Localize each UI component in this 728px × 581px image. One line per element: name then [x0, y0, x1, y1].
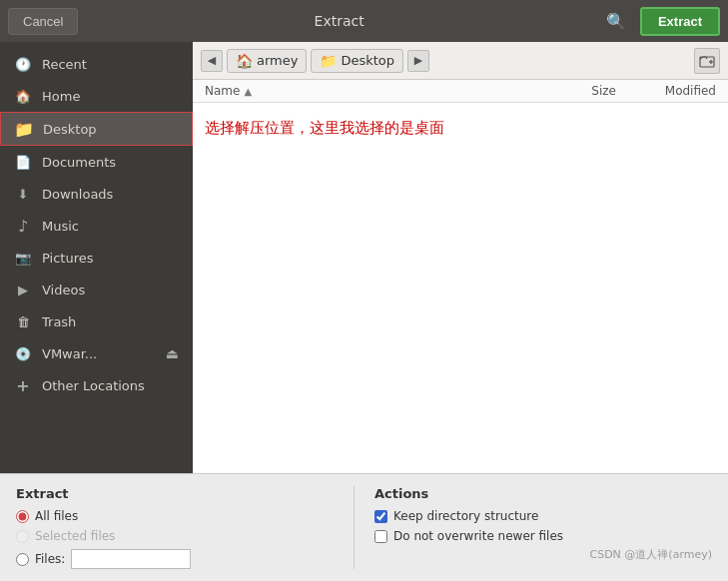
sidebar-item-label: Music: [42, 219, 79, 234]
sidebar-item-pictures[interactable]: 📷 Pictures: [0, 242, 193, 274]
sidebar-item-home[interactable]: 🏠 Home: [0, 80, 193, 112]
vmware-icon: 💿: [14, 344, 32, 362]
watermark: CSDN @道人禅(armey): [374, 543, 712, 562]
plus-icon: +: [14, 376, 32, 394]
keep-dir-label: Keep directory structure: [393, 509, 538, 523]
selected-files-option[interactable]: Selected files: [16, 529, 354, 543]
sidebar-item-label: Trash: [42, 314, 76, 329]
main-area: 🕐 Recent 🏠 Home 📁 Desktop 📄 Documents ⬇ …: [0, 42, 728, 473]
files-option-label: Files:: [35, 552, 65, 566]
sidebar-item-label: Desktop: [43, 122, 97, 137]
create-folder-icon: [699, 53, 715, 69]
all-files-label: All files: [35, 509, 78, 523]
sidebar-item-vmware[interactable]: 💿 VMwar... ⏏: [0, 337, 193, 369]
file-list: 选择解压位置，这里我选择的是桌面: [193, 103, 728, 473]
checkbox-group: Keep directory structure Do not overwrit…: [374, 509, 712, 543]
name-column-label: Name: [205, 84, 240, 98]
sidebar-item-label: Home: [42, 89, 80, 104]
search-button[interactable]: 🔍: [600, 8, 632, 35]
folder-icon: 📁: [15, 120, 33, 138]
clock-icon: 🕐: [14, 55, 32, 73]
create-folder-button[interactable]: [694, 48, 720, 74]
sidebar-item-recent[interactable]: 🕐 Recent: [0, 48, 193, 80]
sidebar-item-label: VMwar...: [42, 346, 97, 361]
annotation-text: 选择解压位置，这里我选择的是桌面: [205, 111, 716, 146]
sidebar-item-downloads[interactable]: ⬇ Downloads: [0, 178, 193, 210]
cancel-button[interactable]: Cancel: [8, 8, 78, 35]
selected-files-radio[interactable]: [16, 530, 29, 543]
sidebar-item-desktop[interactable]: 📁 Desktop: [0, 112, 193, 146]
file-area: ◀ 🏠 armey 📁 Desktop ▶: [193, 42, 728, 473]
extract-button[interactable]: Extract: [640, 7, 720, 36]
extract-section: Extract All files Selected files Files:: [16, 486, 354, 569]
titlebar-right: 🔍 Extract: [600, 7, 720, 36]
selected-files-label: Selected files: [35, 529, 115, 543]
videos-icon: ▶: [14, 281, 32, 298]
sort-arrow: ▲: [244, 86, 252, 97]
no-overwrite-label: Do not overwrite newer files: [393, 529, 563, 543]
documents-icon: 📄: [14, 153, 32, 171]
name-column-header[interactable]: Name ▲: [205, 84, 536, 98]
files-input[interactable]: [71, 549, 191, 569]
home-crumb-icon: 🏠: [236, 53, 253, 69]
sidebar-item-trash[interactable]: 🗑 Trash: [0, 305, 193, 337]
actions-section-title: Actions: [374, 486, 712, 501]
sidebar-item-label: Downloads: [42, 187, 113, 202]
sidebar-item-other-locations[interactable]: + Other Locations: [0, 369, 193, 401]
downloads-icon: ⬇: [14, 185, 32, 203]
nav-crumb-desktop[interactable]: 📁 Desktop: [311, 49, 403, 73]
sidebar-item-documents[interactable]: 📄 Documents: [0, 146, 193, 178]
files-option[interactable]: Files:: [16, 549, 354, 569]
sidebar-item-label: Other Locations: [42, 378, 145, 393]
no-overwrite-option[interactable]: Do not overwrite newer files: [374, 529, 712, 543]
radio-group: All files Selected files Files:: [16, 509, 354, 569]
size-column-header[interactable]: Size: [536, 84, 616, 98]
nav-crumb-home[interactable]: 🏠 armey: [227, 49, 307, 73]
pictures-icon: 📷: [14, 249, 32, 267]
sidebar-item-label: Videos: [42, 283, 85, 297]
nav-crumb-desktop-label: Desktop: [341, 53, 394, 68]
extract-section-title: Extract: [16, 486, 354, 501]
files-radio[interactable]: [16, 553, 29, 566]
folder-crumb-icon: 📁: [320, 53, 337, 69]
bottom-panel: Extract All files Selected files Files: …: [0, 473, 728, 581]
sidebar-item-videos[interactable]: ▶ Videos: [0, 274, 193, 305]
sidebar-item-music[interactable]: ♪ Music: [0, 210, 193, 242]
eject-button[interactable]: ⏏: [166, 345, 179, 361]
sidebar-item-label: Documents: [42, 155, 116, 170]
dialog-title: Extract: [315, 13, 364, 29]
column-headers: Name ▲ Size Modified: [193, 80, 728, 103]
no-overwrite-checkbox[interactable]: [374, 530, 387, 543]
keep-dir-checkbox[interactable]: [374, 510, 387, 523]
nav-bar: ◀ 🏠 armey 📁 Desktop ▶: [193, 42, 728, 80]
actions-section: Actions Keep directory structure Do not …: [354, 486, 712, 569]
forward-button[interactable]: ▶: [407, 50, 429, 72]
trash-icon: 🗑: [14, 312, 32, 330]
nav-crumb-home-label: armey: [257, 53, 298, 68]
all-files-option[interactable]: All files: [16, 509, 354, 523]
all-files-radio[interactable]: [16, 510, 29, 523]
keep-dir-option[interactable]: Keep directory structure: [374, 509, 712, 523]
sidebar: 🕐 Recent 🏠 Home 📁 Desktop 📄 Documents ⬇ …: [0, 42, 193, 473]
sidebar-item-label: Pictures: [42, 251, 93, 266]
sidebar-item-label: Recent: [42, 57, 87, 72]
music-icon: ♪: [14, 217, 32, 235]
back-button[interactable]: ◀: [201, 50, 223, 72]
titlebar: Cancel Extract 🔍 Extract: [0, 0, 728, 42]
modified-column-header[interactable]: Modified: [616, 84, 716, 98]
home-icon: 🏠: [14, 87, 32, 105]
nav-right: [694, 48, 720, 74]
